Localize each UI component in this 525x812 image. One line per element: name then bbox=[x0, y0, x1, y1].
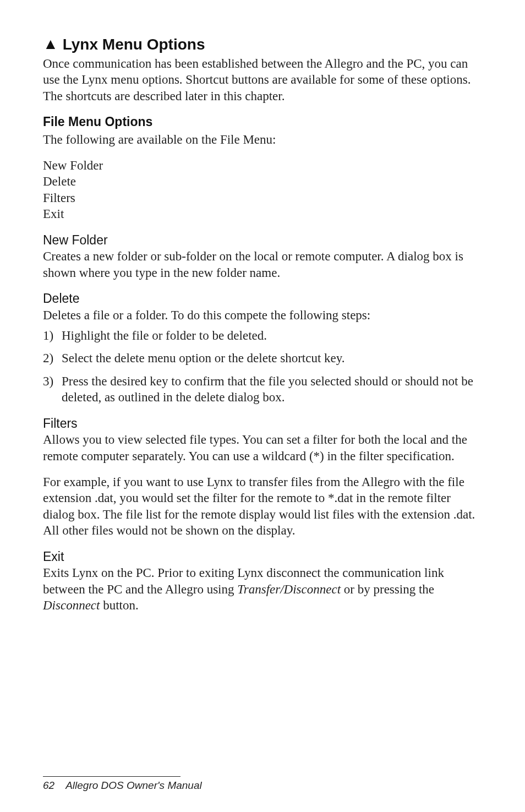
section-heading: ▲Lynx Menu Options bbox=[43, 34, 482, 55]
list-item: 2) Select the delete menu option or the … bbox=[43, 350, 482, 366]
exit-text-post: button. bbox=[100, 598, 138, 612]
list-item: 1) Highlight the file or folder to be de… bbox=[43, 328, 482, 344]
triangle-icon: ▲ bbox=[43, 34, 58, 54]
step-text: Press the desired key to confirm that th… bbox=[62, 373, 482, 406]
step-number: 3) bbox=[43, 373, 62, 406]
file-menu-intro: The following are available on the File … bbox=[43, 132, 482, 148]
exit-italic-1: Transfer/Disconnect bbox=[237, 582, 341, 596]
new-folder-body: Creates a new folder or sub-folder on th… bbox=[43, 248, 482, 281]
footer-rule bbox=[43, 776, 181, 777]
exit-body: Exits Lynx on the PC. Prior to exiting L… bbox=[43, 565, 482, 613]
delete-steps: 1) Highlight the file or folder to be de… bbox=[43, 328, 482, 406]
page-number: 62 bbox=[43, 780, 54, 791]
exit-italic-2: Disconnect bbox=[43, 598, 100, 612]
list-item: Exit bbox=[43, 206, 482, 222]
file-menu-heading: File Menu Options bbox=[43, 114, 482, 130]
list-item: New Folder bbox=[43, 157, 482, 173]
delete-heading: Delete bbox=[43, 291, 482, 307]
file-menu-list: New Folder Delete Filters Exit bbox=[43, 157, 482, 222]
exit-heading: Exit bbox=[43, 549, 482, 565]
list-item: Filters bbox=[43, 190, 482, 206]
step-number: 1) bbox=[43, 328, 62, 344]
filters-heading: Filters bbox=[43, 416, 482, 432]
section-intro: Once communication has been established … bbox=[43, 56, 482, 104]
filters-p2: For example, if you want to use Lynx to … bbox=[43, 474, 482, 539]
page-footer: 62Allegro DOS Owner's Manual bbox=[43, 779, 202, 792]
filters-p1: Allows you to view selected file types. … bbox=[43, 432, 482, 464]
delete-intro: Deletes a file or a folder. To do this c… bbox=[43, 307, 482, 323]
step-text: Highlight the file or folder to be delet… bbox=[62, 328, 482, 344]
step-number: 2) bbox=[43, 350, 62, 366]
section-title-text: Lynx Menu Options bbox=[63, 36, 205, 53]
footer-title: Allegro DOS Owner's Manual bbox=[65, 780, 202, 791]
step-text: Select the delete menu option or the del… bbox=[62, 350, 482, 366]
exit-text-mid: or by pressing the bbox=[341, 582, 434, 596]
list-item: 3) Press the desired key to confirm that… bbox=[43, 373, 482, 406]
new-folder-heading: New Folder bbox=[43, 232, 482, 248]
list-item: Delete bbox=[43, 173, 482, 189]
